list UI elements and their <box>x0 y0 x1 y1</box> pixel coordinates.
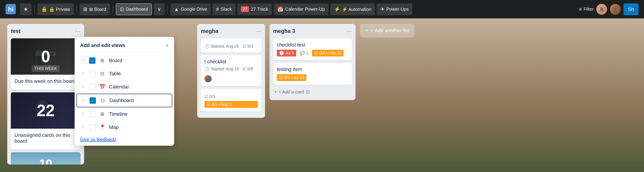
list-megha3: megha 3 ··· checklist test 🕐 Jul 5 💬 1 <box>270 24 356 100</box>
board-icon: ⊞ <box>83 6 87 12</box>
avatar[interactable]: 👤 <box>596 4 607 15</box>
track-label: 27 Track <box>251 7 268 12</box>
chevron-down-button[interactable]: ∨ <box>154 4 164 15</box>
googledrive-icon: ▲ <box>174 6 179 12</box>
sh-button[interactable]: Sh <box>624 4 638 15</box>
sh-label: Sh <box>628 6 634 12</box>
drag-handle-dashboard: ⠿ <box>82 99 85 103</box>
filter-button[interactable]: ≡ Filter <box>579 6 594 12</box>
table-view-icon: ⊟ <box>99 71 105 77</box>
timeline-view-icon: ⊠ <box>99 111 105 117</box>
list-megha3-menu[interactable]: ··· <box>347 28 352 35</box>
card-aug26-meta: 🕐 Started: Aug 26 ☑ 0/3 <box>204 44 258 49</box>
list-test-menu[interactable]: ··· <box>75 28 80 35</box>
nav-divider-3 <box>112 5 113 14</box>
view-item-map[interactable]: ⠿ 📍 Map <box>76 121 172 134</box>
main-area: Add and edit views × ⠿ ✓ ⊞ Board ⠿ ⊟ Tab… <box>0 18 644 172</box>
automation-icon: ⚡ <box>334 6 340 12</box>
card-clouds[interactable]: 10 <box>11 152 80 164</box>
list-megha: megha ··· 🕐 Started: Aug 26 ☑ 0/3 <box>197 24 265 118</box>
check-timeline <box>89 111 96 117</box>
check-icon-2: ☑ <box>242 66 246 71</box>
list-megha-header: megha ··· <box>201 28 262 35</box>
card-aug26[interactable]: 🕐 Started: Aug 26 ☑ 0/3 <box>201 38 262 52</box>
board-view-label: Board <box>109 58 122 63</box>
clock-icon-2: 🕐 <box>204 66 210 71</box>
dashboard-view-icon: ⊡ <box>100 98 106 104</box>
automation-button[interactable]: ⚡ ⚡ Automation <box>330 4 375 15</box>
comment-count: 1 <box>306 51 308 56</box>
card-testing-item-body: testing item ☑ 0/3 • Jul 13 <box>273 63 352 85</box>
powerups-button[interactable]: ✈ Power-Ups <box>377 4 412 15</box>
feedback-link[interactable]: Give us feedback! <box>74 134 174 142</box>
view-item-board[interactable]: ⠿ ✓ ⊞ Board <box>76 54 172 67</box>
calendar-view-icon: 📅 <box>99 84 105 90</box>
calendar-powerup-button[interactable]: 📅 Calendar Power-Up <box>274 4 328 15</box>
avatar-2[interactable]: 👤 <box>610 4 621 15</box>
view-item-calendar[interactable]: ⠿ 📅 Calendar <box>76 80 172 93</box>
check-icon: ☑ <box>242 44 246 49</box>
drag-handle-table: ⠿ <box>82 72 84 76</box>
badge-feb23-label: 0/4 • Feb 23 <box>319 51 341 56</box>
board-view-icon: ⊞ <box>99 58 105 63</box>
calendar-label: Calendar Power-Up <box>285 7 325 12</box>
track-number: 27 <box>241 6 249 12</box>
list-megha-menu[interactable]: ··· <box>256 28 262 35</box>
view-item-dashboard[interactable]: ⠿ ✓ ⊡ Dashboard <box>76 94 172 107</box>
avatar-2-initials: 👤 <box>613 7 618 11</box>
card-number-10: 10 <box>39 157 52 164</box>
dashboard-icon: ⊡ <box>120 6 124 12</box>
card-due-week-title: Due this week on this board <box>14 78 77 84</box>
card-avatar: 👤 <box>204 75 212 82</box>
views-dropdown: Add and edit views × ⠿ ✓ ⊞ Board ⠿ ⊟ Tab… <box>74 37 174 146</box>
logo-button[interactable]: hi <box>6 4 16 15</box>
view-item-timeline[interactable]: ⠿ ⊠ Timeline <box>76 108 172 121</box>
star-button[interactable]: ★ <box>20 4 32 15</box>
lock-icon: 🔒 <box>41 6 47 12</box>
card-aug26-check: ☑ 0/3 <box>242 44 253 49</box>
card-testing-item-title: testing item <box>277 66 348 72</box>
board-label: ⊞ Board <box>89 7 106 12</box>
dashboard-label: Dashboard <box>126 7 148 12</box>
filter-label: Filter <box>584 7 594 12</box>
check-icon-3: ☑ <box>204 94 208 99</box>
track-button[interactable]: 27 27 Track <box>237 4 272 15</box>
slack-button[interactable]: # Slack <box>212 4 236 15</box>
logo-text: hi <box>8 6 14 13</box>
badge-feb23: ☑ 0/4 • Feb 23 <box>312 50 344 56</box>
drag-handle-board: ⠿ <box>82 58 84 63</box>
card-3[interactable]: ☑ 0/3 ☑ 0/1 • Aug 3 <box>201 89 262 111</box>
list-megha-title: megha <box>201 28 218 34</box>
card-unassigned[interactable]: 🔍 22 Unassigned cards on this board <box>11 92 80 149</box>
card-3-body: ☑ 0/3 ☑ 0/1 • Aug 3 <box>201 89 262 111</box>
list-test-header: test ··· <box>11 28 80 35</box>
check-badge-icon: ☑ <box>207 102 210 107</box>
private-button[interactable]: 🔒 🔒 Private <box>38 4 74 15</box>
drag-handle-map: ⠿ <box>82 125 84 130</box>
card-testing-item[interactable]: testing item ☑ 0/3 • Jul 13 <box>273 63 352 85</box>
card-unassigned-img: 🔍 22 <box>11 92 80 129</box>
chevron-down-icon: ∨ <box>158 6 161 12</box>
card-checklist-test-title: checklist test <box>277 42 348 48</box>
card-unassigned-body: Unassigned cards on this board <box>11 129 80 149</box>
googledrive-button[interactable]: ▲ Google Drive <box>170 4 211 15</box>
card-comment: 💬 1 <box>300 51 308 56</box>
card-checklist-test[interactable]: checklist test 🕐 Jul 5 💬 1 ☑ 0/4 • Feb <box>273 38 352 60</box>
card-checklist[interactable]: t checklist 🕐 Started: Aug 19 ☑ 0/8 👤 <box>201 55 262 86</box>
list-megha3-header: megha 3 ··· <box>273 28 352 35</box>
add-card-button[interactable]: + + Add a card ⊡ <box>273 87 311 97</box>
nav-divider-4 <box>167 5 168 14</box>
card-3-check: ☑ 0/3 <box>204 94 215 99</box>
list-test-title: test <box>11 28 20 34</box>
plus-icon: + <box>274 90 277 95</box>
dashboard-button[interactable]: ⊡ Dashboard <box>116 4 152 15</box>
card-due-week[interactable]: 📷 0 THIS WEEK Due this week on this boar… <box>11 38 80 90</box>
scan-icon: ⊡ <box>306 89 310 95</box>
check-count: 0/3 <box>248 44 253 49</box>
started-label: Started: Aug 26 <box>211 44 239 49</box>
view-item-table[interactable]: ⠿ ⊟ Table <box>76 67 172 80</box>
board-button[interactable]: ⊞ ⊞ Board <box>80 4 110 15</box>
add-list-button[interactable]: + + Add another list <box>360 24 414 37</box>
check-dashboard: ✓ <box>90 97 96 104</box>
close-button[interactable]: × <box>166 42 169 49</box>
